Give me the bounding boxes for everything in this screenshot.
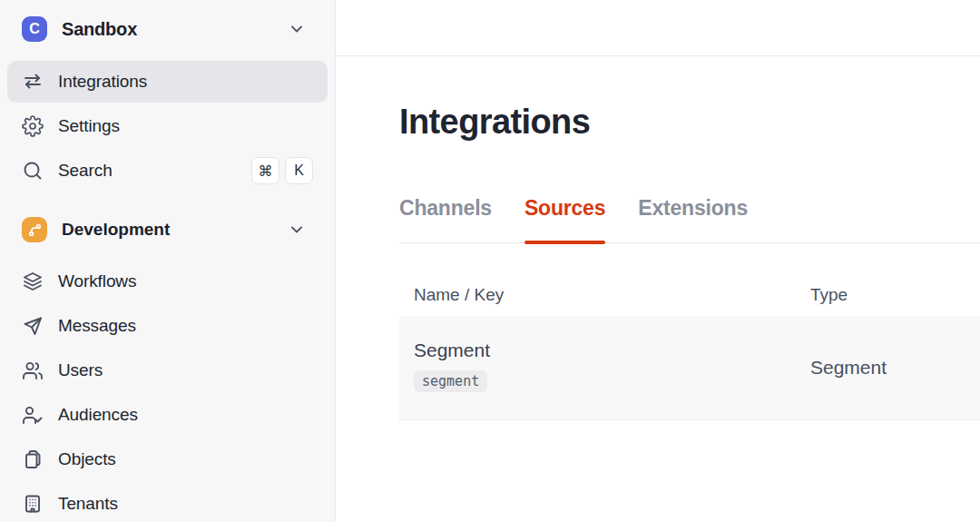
building-icon bbox=[22, 493, 44, 515]
cell-type: Segment bbox=[796, 357, 980, 379]
sidebar-item-label: Integrations bbox=[58, 72, 147, 92]
chevron-down-icon bbox=[288, 221, 306, 239]
sidebar-item-audiences[interactable]: Audiences bbox=[7, 394, 328, 436]
sidebar-item-search[interactable]: Search ⌘ K bbox=[7, 150, 328, 192]
content-area: Integrations Channels Sources Extensions… bbox=[336, 56, 980, 420]
layers-icon bbox=[22, 271, 44, 292]
sidebar-item-tenants[interactable]: Tenants bbox=[7, 483, 328, 522]
app-window: C Sandbox Integrations Settings Search bbox=[0, 0, 980, 522]
search-icon bbox=[22, 160, 44, 182]
sidebar-item-messages[interactable]: Messages bbox=[7, 305, 328, 347]
main-panel: Integrations Channels Sources Extensions… bbox=[336, 0, 980, 522]
users-icon bbox=[22, 359, 44, 381]
sidebar-item-workflows[interactable]: Workflows bbox=[7, 261, 328, 302]
sidebar-item-objects[interactable]: Objects bbox=[7, 438, 328, 480]
table-header: Name / Key Type bbox=[399, 243, 980, 316]
sidebar-item-label: Audiences bbox=[58, 405, 138, 425]
sidebar-item-label: Users bbox=[58, 360, 103, 380]
sidebar-section-development[interactable]: Development bbox=[7, 216, 328, 243]
git-branch-icon bbox=[22, 217, 47, 242]
sidebar-item-users[interactable]: Users bbox=[7, 350, 328, 391]
workspace-name: Sandbox bbox=[62, 19, 137, 40]
cell-name-key: Segment segment bbox=[399, 316, 796, 419]
tab-extensions[interactable]: Extensions bbox=[638, 196, 748, 242]
page-title: Integrations bbox=[399, 102, 980, 143]
sidebar-item-settings[interactable]: Settings bbox=[7, 105, 328, 147]
sidebar-item-integrations[interactable]: Integrations bbox=[7, 61, 328, 103]
sidebar-item-label: Messages bbox=[58, 316, 136, 336]
workspace-switcher[interactable]: C Sandbox bbox=[7, 16, 328, 42]
sidebar-item-label: Settings bbox=[58, 116, 120, 136]
user-check-icon bbox=[22, 404, 44, 426]
sidebar-item-label: Workflows bbox=[58, 271, 136, 291]
copy-icon bbox=[22, 448, 44, 470]
tab-sources[interactable]: Sources bbox=[524, 196, 605, 242]
sidebar: C Sandbox Integrations Settings Search bbox=[0, 0, 336, 522]
kbd-command-key: ⌘ bbox=[251, 157, 279, 184]
source-key-badge: segment bbox=[414, 370, 487, 392]
kbd-k-key: K bbox=[285, 157, 313, 184]
sidebar-item-label: Objects bbox=[58, 449, 116, 469]
tab-channels[interactable]: Channels bbox=[399, 196, 492, 242]
top-bar bbox=[336, 0, 980, 56]
send-icon bbox=[22, 315, 44, 337]
section-name: Development bbox=[62, 220, 170, 240]
sidebar-item-label: Search bbox=[58, 161, 113, 181]
source-name: Segment bbox=[414, 339, 796, 362]
workspace-logo: C bbox=[22, 16, 47, 42]
column-header-name-key: Name / Key bbox=[399, 285, 796, 316]
search-shortcut: ⌘ K bbox=[251, 157, 313, 184]
column-header-type: Type bbox=[796, 285, 980, 316]
tab-bar: Channels Sources Extensions bbox=[399, 196, 980, 243]
table-row[interactable]: Segment segment Segment bbox=[399, 316, 980, 420]
sidebar-item-label: Tenants bbox=[58, 494, 118, 514]
swap-arrows-icon bbox=[22, 71, 44, 93]
chevron-down-icon bbox=[288, 20, 306, 38]
gear-icon bbox=[22, 115, 44, 137]
